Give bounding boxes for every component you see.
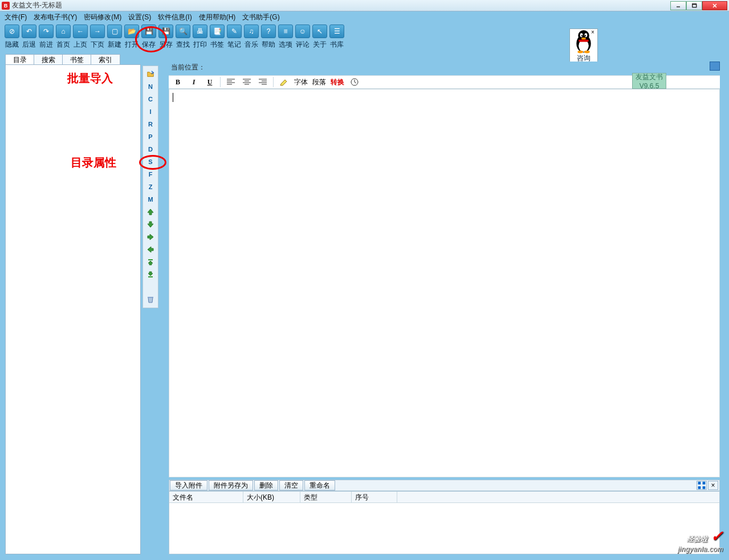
floppy-icon: 💾 <box>145 27 153 35</box>
watermark-url: jingyanla.com <box>678 545 723 553</box>
v-p-button[interactable]: P <box>144 131 157 142</box>
col-filename[interactable]: 文件名 <box>169 492 243 502</box>
back-arrow-icon: ↶ <box>26 27 32 35</box>
smile-icon: ☺ <box>299 27 306 35</box>
trash-icon <box>146 296 154 304</box>
window-title: 友益文书-无标题 <box>12 1 670 10</box>
grid-view-button[interactable] <box>697 481 707 490</box>
v-d-button[interactable]: D <box>144 144 157 155</box>
about-button[interactable]: ↖关于 <box>311 24 328 50</box>
menu-software-info[interactable]: 软件信息(I) <box>156 11 194 23</box>
next-page-button[interactable]: →下页 <box>89 24 106 50</box>
qq-chat-widget[interactable]: × 咨询 <box>569 28 598 64</box>
move-left-button[interactable] <box>144 244 157 255</box>
library-button[interactable]: ☰书库 <box>328 24 345 50</box>
move-top-button[interactable] <box>144 256 157 268</box>
menu-help[interactable]: 使用帮助(H) <box>197 11 238 23</box>
highlight-button[interactable] <box>278 76 290 88</box>
align-center-icon <box>242 78 251 86</box>
v-n-button[interactable]: N <box>144 81 157 92</box>
rename-attachment-button[interactable]: 重命名 <box>304 480 335 490</box>
col-type[interactable]: 类型 <box>300 492 352 502</box>
down-arrow-icon <box>146 220 154 228</box>
v-i-button[interactable]: I <box>144 106 157 117</box>
title-bar: B 友益文书-无标题 <box>0 0 729 11</box>
svg-rect-19 <box>148 297 153 298</box>
minimize-button[interactable] <box>670 1 686 10</box>
options-icon: ≡ <box>283 27 287 35</box>
menu-assistant[interactable]: 文书助手(G) <box>240 11 282 23</box>
move-down-button[interactable] <box>144 219 157 230</box>
delete-button[interactable] <box>144 294 157 305</box>
save-as-button[interactable]: 💾另存 <box>157 24 174 50</box>
v-f-button[interactable]: F <box>144 169 157 180</box>
tab-directory[interactable]: 目录 <box>6 55 34 65</box>
notes-button[interactable]: ✎笔记 <box>226 24 243 50</box>
maximize-editor-button[interactable] <box>710 62 720 71</box>
close-button[interactable] <box>702 1 727 10</box>
tab-index[interactable]: 索引 <box>91 55 120 65</box>
menu-file[interactable]: 文件(F) <box>2 11 29 23</box>
align-left-button[interactable] <box>225 76 237 88</box>
comment-button[interactable]: ☺评论 <box>294 24 311 50</box>
attachment-table-header: 文件名 大小(KB) 类型 序号 <box>169 492 719 503</box>
folder-open-icon: 📂 <box>128 27 136 35</box>
home-button[interactable]: ⌂首页 <box>55 24 72 50</box>
clear-attachments-button[interactable]: 清空 <box>279 480 303 490</box>
menu-password[interactable]: 密码修改(M) <box>82 11 124 23</box>
save-attachment-as-button[interactable]: 附件另存为 <box>209 480 253 490</box>
qq-close-button[interactable]: × <box>591 29 597 35</box>
batch-import-button[interactable] <box>144 68 157 80</box>
v-c-button[interactable]: C <box>144 93 157 105</box>
menu-publish[interactable]: 发布电子书(Y) <box>31 11 79 23</box>
music-button[interactable]: ♫音乐 <box>243 24 260 50</box>
print-button[interactable]: 🖶打印 <box>192 24 209 50</box>
forward-button[interactable]: ↷前进 <box>38 24 55 50</box>
close-panel-button[interactable]: × <box>708 481 718 490</box>
bold-button[interactable]: B <box>172 76 184 88</box>
directory-attribute-button[interactable]: S <box>144 156 157 167</box>
paragraph-button[interactable]: 段落 <box>312 76 326 88</box>
delete-attachment-button[interactable]: 删除 <box>254 480 278 490</box>
clock-button[interactable] <box>349 76 360 88</box>
import-attachment-button[interactable]: 导入附件 <box>170 480 207 490</box>
italic-button[interactable]: I <box>188 76 199 88</box>
prev-page-button[interactable]: ←上页 <box>72 24 89 50</box>
align-center-button[interactable] <box>241 76 252 88</box>
move-right-button[interactable] <box>144 231 157 243</box>
align-right-button[interactable] <box>257 76 268 88</box>
hide-button[interactable]: ⊘隐藏 <box>3 24 21 50</box>
tab-bookmarks[interactable]: 书签 <box>63 55 91 65</box>
col-seq[interactable]: 序号 <box>352 492 397 502</box>
col-size[interactable]: 大小(KB) <box>243 492 300 502</box>
save-button[interactable]: 💾保存 <box>140 24 157 50</box>
move-bottom-button[interactable] <box>144 269 157 280</box>
underline-button[interactable]: U <box>204 76 215 88</box>
options-button[interactable]: ≡选项 <box>277 24 294 50</box>
maximize-button[interactable] <box>686 1 702 10</box>
location-label: 当前位置： <box>171 63 205 72</box>
bookmark-button[interactable]: 📑书签 <box>209 24 226 50</box>
watermark: 经验啦 ✓ jingyanla.com <box>678 528 723 553</box>
v-r-button[interactable]: R <box>144 118 157 130</box>
editor-textarea[interactable] <box>169 89 720 477</box>
font-button[interactable]: 字体 <box>294 76 308 88</box>
help-button[interactable]: ?帮助 <box>260 24 277 50</box>
home-icon: ⌂ <box>61 27 65 35</box>
new-button[interactable]: ▢新建 <box>106 24 123 50</box>
svg-line-34 <box>355 82 356 83</box>
svg-rect-38 <box>703 487 706 489</box>
menu-settings[interactable]: 设置(S) <box>126 11 153 23</box>
highlighter-icon <box>279 78 288 86</box>
find-button[interactable]: 🔍查找 <box>174 24 192 50</box>
music-icon: ♫ <box>249 27 254 35</box>
move-up-button[interactable] <box>144 206 157 218</box>
tab-search[interactable]: 搜索 <box>34 55 63 65</box>
open-button[interactable]: 📂打开 <box>123 24 140 50</box>
v-m-button[interactable]: M <box>144 194 157 205</box>
right-arrow-icon <box>146 233 154 241</box>
v-z-button[interactable]: Z <box>144 181 157 193</box>
back-button[interactable]: ↶后退 <box>21 24 38 50</box>
folder-arrow-icon <box>146 70 154 78</box>
convert-button[interactable]: 转换 <box>331 76 344 88</box>
